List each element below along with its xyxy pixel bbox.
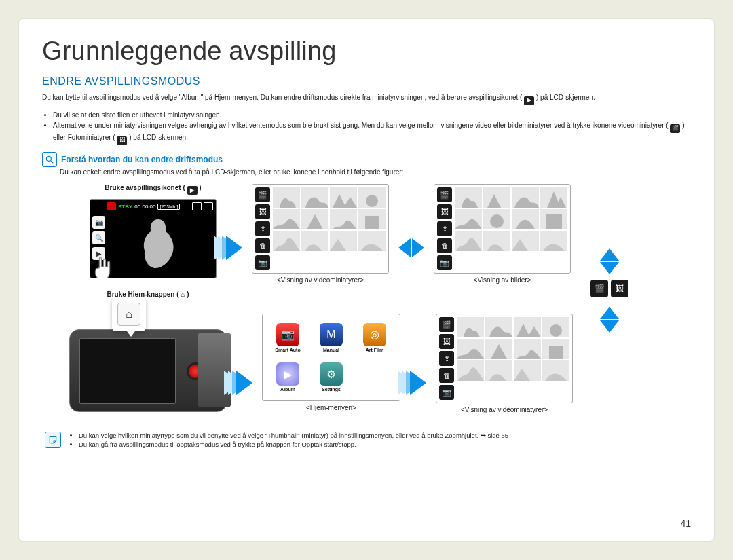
photo-mode-icon[interactable]: 🖼 [255, 204, 270, 219]
thumb-cell[interactable] [273, 231, 300, 251]
fig1-title-tail: ) [199, 184, 201, 191]
camera-icon[interactable]: 📷 [255, 255, 270, 270]
delete-icon[interactable]: 🗑 [255, 238, 270, 253]
mem-label: [253Min] [157, 204, 180, 210]
subtitle-row: Forstå hvordan du kan endre driftsmodus [42, 152, 691, 167]
bullet-list: Du vil se at den siste filen er uthevet … [42, 111, 691, 145]
thumb-cell[interactable] [358, 231, 386, 251]
thumb-cell[interactable] [273, 187, 300, 208]
app-art-film[interactable]: ◎Art Film [363, 323, 386, 352]
share-icon[interactable]: ⇪ [437, 221, 452, 236]
note-1: Du kan velge hvilken miniatyrtype som du… [79, 432, 508, 441]
fig2-title-tail: ) [187, 291, 189, 298]
camera-lens [198, 333, 231, 407]
thumb-cell[interactable] [542, 339, 569, 359]
thumb-cell[interactable] [540, 187, 567, 208]
thumb-cell[interactable] [455, 231, 482, 251]
photo-mode-icon[interactable]: 🖼 [439, 334, 454, 349]
thumb-cell[interactable] [301, 231, 328, 251]
thumb-grid [273, 187, 386, 270]
art-film-icon: ◎ [363, 323, 386, 346]
thumb-side-icons: 🎬 🖼 ⇪ 🗑 📷 [255, 187, 270, 270]
app-settings[interactable]: ⚙Settings [320, 362, 343, 392]
subtitle: Forstå hvordan du kan endre driftsmodus [61, 155, 223, 164]
arrow-right-icon [236, 371, 252, 395]
thumb-cell[interactable] [330, 209, 357, 229]
note-icon [45, 432, 61, 448]
thumb-cell[interactable] [358, 209, 386, 229]
app-album[interactable]: ▶Album [276, 362, 299, 392]
bullet-2c: ) på LCD-skjermen. [129, 134, 188, 141]
thumb-cell[interactable] [301, 209, 328, 229]
tap-hand-icon [90, 253, 120, 278]
share-icon[interactable]: ⇪ [439, 351, 454, 366]
arrow-right-icon [412, 238, 424, 257]
stby-label: STBY [118, 204, 132, 210]
thumb-cell[interactable] [512, 187, 539, 208]
thumb-cell[interactable] [273, 209, 300, 229]
thumb-cell[interactable] [512, 209, 539, 229]
thumb-side-icons: 🎬 🖼 ⇪ 🗑 📷 [439, 317, 454, 400]
thumb-cell[interactable] [457, 339, 484, 359]
manual-icon: M [320, 323, 343, 346]
app-manual[interactable]: MManual [320, 323, 343, 352]
camera-icon[interactable]: 📷 [439, 385, 454, 400]
album-icon: ▶ [276, 362, 299, 386]
home-menu-caption: <Hjem-menyen> [306, 404, 356, 411]
thumb-cell[interactable] [514, 360, 541, 381]
arrow-left-right-icon [398, 238, 424, 257]
smart-auto-icon: 📷 [276, 323, 299, 346]
lcd-top-right [192, 202, 213, 210]
vertical-switch-column: 🎬 🖼 [528, 248, 691, 333]
thumb-cell[interactable] [514, 339, 541, 359]
thumb-cell[interactable] [301, 187, 328, 208]
camera-icon[interactable]: 📷 [437, 255, 452, 270]
home-button[interactable]: ⌂ [117, 303, 140, 326]
thumb-cell[interactable] [457, 360, 484, 381]
photo-thumb-caption: <Visning av bilder> [474, 276, 531, 284]
app-label: Smart Auto [275, 348, 300, 352]
thumb-cell[interactable] [455, 187, 482, 208]
thumb-cell[interactable] [542, 360, 569, 381]
thumb-cell[interactable] [485, 317, 512, 337]
intro-part2: ) på LCD-skjermen. [536, 94, 595, 101]
arrow-right-icon [226, 236, 242, 260]
thumb-cell[interactable] [330, 231, 357, 251]
page-number: 41 [680, 518, 691, 529]
magnifier-icon [42, 152, 57, 167]
video-mode-icon[interactable]: 🎬 [255, 187, 270, 202]
settings-icon: ⚙ [320, 362, 343, 386]
arrow-up-down-icon [600, 248, 619, 274]
fig1-title: Bruke avspillingsikonet ( ▶ ) [105, 184, 201, 195]
mode-icon[interactable]: 📷 [92, 216, 105, 229]
intro-part1: Du kan bytte til avspillingsmodus ved å … [42, 94, 522, 101]
home-glyph-icon: ⌂ [181, 291, 185, 298]
photo-mode-icon[interactable]: 🖼 [437, 204, 452, 219]
thumb-cell[interactable] [483, 209, 510, 229]
zoom-icon[interactable]: 🔍 [92, 231, 105, 244]
home-button-callout: ⌂ [112, 297, 146, 331]
video-mode-icon[interactable]: 🎬 [437, 187, 452, 202]
app-label: Album [280, 387, 295, 392]
svg-point-0 [46, 157, 51, 162]
arrow-up-icon [600, 307, 619, 319]
thumb-cell[interactable] [358, 187, 386, 208]
delete-icon[interactable]: 🗑 [437, 238, 452, 253]
video-mode-icon[interactable]: 🎬 [590, 280, 608, 297]
bullet-1: Du vil se at den siste filen er uthevet … [53, 111, 691, 120]
lcd-statusbar: STBY 00:00:00 [253Min] [107, 202, 180, 210]
thumb-cell[interactable] [330, 187, 357, 208]
share-icon[interactable]: ⇪ [255, 221, 270, 236]
thumb-cell[interactable] [540, 209, 567, 229]
video-thumb-block: 🎬 🖼 ⇪ 🗑 📷 [252, 184, 389, 284]
thumb-cell[interactable] [483, 187, 510, 208]
delete-icon[interactable]: 🗑 [439, 368, 454, 383]
photo-mode-icon[interactable]: 🖼 [611, 280, 628, 297]
thumb-cell[interactable] [455, 209, 482, 229]
thumb-cell[interactable] [483, 231, 510, 251]
video-mode-icon[interactable]: 🎬 [439, 317, 454, 332]
thumb-cell[interactable] [485, 360, 512, 381]
app-smart-auto[interactable]: 📷Smart Auto [275, 323, 300, 352]
thumb-cell[interactable] [485, 339, 512, 359]
thumb-cell[interactable] [457, 317, 484, 337]
